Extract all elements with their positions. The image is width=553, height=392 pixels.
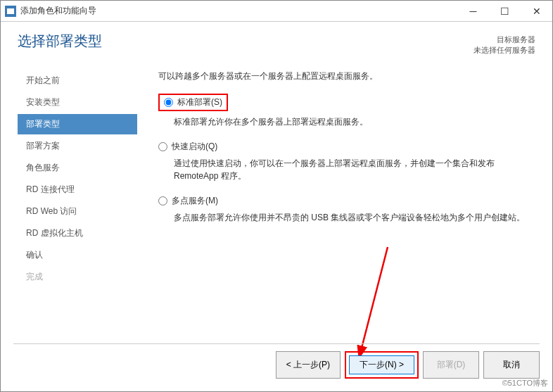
sidebar-item-rd-broker[interactable]: RD 连接代理 xyxy=(18,179,137,200)
sidebar-item-role-service[interactable]: 角色服务 xyxy=(18,158,137,178)
option-standard-desc: 标准部署允许你在多个服务器上部署远程桌面服务。 xyxy=(174,115,535,128)
header: 选择部署类型 目标服务器 未选择任何服务器 xyxy=(1,22,552,63)
sidebar-item-rd-web[interactable]: RD Web 访问 xyxy=(18,201,137,222)
radio-standard[interactable] xyxy=(164,98,173,107)
next-highlight: 下一步(N) > xyxy=(345,351,419,379)
sidebar-item-rd-virtual[interactable]: RD 虚拟化主机 xyxy=(18,223,137,244)
option-quick-desc: 通过使用快速启动，你可以在一个服务器上部署远程桌面服务，并创建一个集合和发布 R… xyxy=(174,157,535,182)
maximize-button[interactable]: ☐ xyxy=(489,1,521,22)
option-multipoint[interactable]: 多点服务(M) xyxy=(158,195,535,207)
sidebar-item-complete: 完成 xyxy=(18,267,137,287)
option-quick[interactable]: 快速启动(Q) xyxy=(158,141,535,153)
highlight-box: 标准部署(S) xyxy=(158,94,228,111)
radio-quick[interactable] xyxy=(158,142,167,151)
close-button[interactable]: ✕ xyxy=(521,1,552,22)
sidebar-item-deploy-plan[interactable]: 部署方案 xyxy=(18,136,137,156)
sidebar: 开始之前 安装类型 部署类型 部署方案 角色服务 RD 连接代理 RD Web … xyxy=(18,63,137,331)
titlebar: 添加角色和功能向导 ─ ☐ ✕ xyxy=(1,1,552,22)
watermark: ©51CTO博客 xyxy=(502,378,548,388)
radio-multipoint-label[interactable]: 多点服务(M) xyxy=(172,195,218,207)
intro-text: 可以跨越多个服务器或在一个服务器上配置远程桌面服务。 xyxy=(158,70,535,82)
minimize-button[interactable]: ─ xyxy=(457,1,489,22)
option-multipoint-desc: 多点服务部署允许你使用并不昂贵的 USB 集线器或零个客户端设备轻松地为多个用户… xyxy=(174,211,535,224)
radio-standard-label[interactable]: 标准部署(S) xyxy=(177,96,222,108)
next-button[interactable]: 下一步(N) > xyxy=(349,355,414,374)
page-title: 选择部署类型 xyxy=(18,32,102,51)
sidebar-item-confirm[interactable]: 确认 xyxy=(18,245,137,265)
deploy-button: 部署(D) xyxy=(423,351,479,379)
window-controls: ─ ☐ ✕ xyxy=(457,1,552,22)
sidebar-item-install-type[interactable]: 安装类型 xyxy=(18,92,137,113)
prev-button[interactable]: < 上一步(P) xyxy=(276,351,341,379)
sidebar-item-deploy-type[interactable]: 部署类型 xyxy=(18,114,137,134)
radio-quick-label[interactable]: 快速启动(Q) xyxy=(172,141,217,153)
cancel-button[interactable]: 取消 xyxy=(483,351,540,379)
sidebar-item-before-begin[interactable]: 开始之前 xyxy=(18,70,137,91)
target-info: 目标服务器 未选择任何服务器 xyxy=(473,34,535,56)
window-title: 添加角色和功能向导 xyxy=(20,5,457,17)
footer: < 上一步(P) 下一步(N) > 部署(D) 取消 xyxy=(13,343,540,379)
app-icon xyxy=(5,6,16,17)
target-label: 目标服务器 xyxy=(473,34,535,45)
radio-multipoint[interactable] xyxy=(158,196,167,206)
target-status: 未选择任何服务器 xyxy=(473,45,535,56)
option-standard[interactable]: 标准部署(S) xyxy=(158,94,535,111)
main-panel: 可以跨越多个服务器或在一个服务器上配置远程桌面服务。 标准部署(S) 标准部署允… xyxy=(137,63,535,331)
content: 开始之前 安装类型 部署类型 部署方案 角色服务 RD 连接代理 RD Web … xyxy=(1,63,552,331)
